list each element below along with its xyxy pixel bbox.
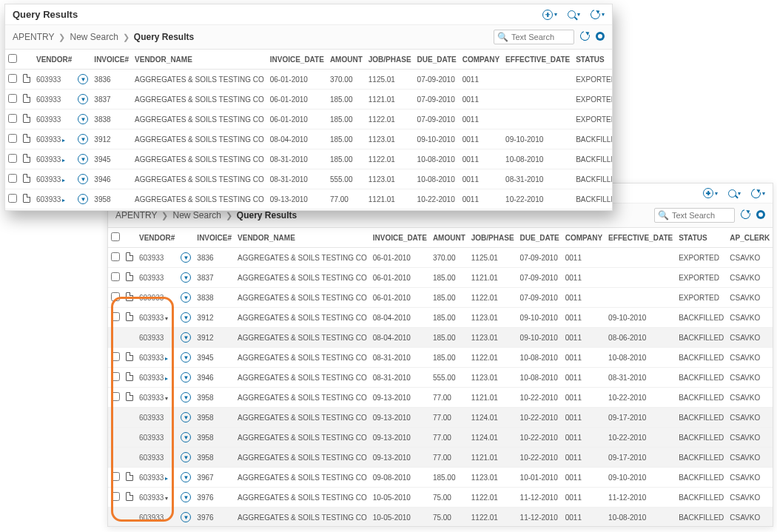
vendor-cell[interactable]: 603933▾: [139, 394, 168, 402]
document-icon[interactable]: [126, 492, 133, 501]
table-row[interactable]: 603933 ▼ 3958 AGGREGATES & SOILS TESTING…: [108, 448, 773, 468]
add-button[interactable]: ▾: [703, 188, 718, 198]
reload-button[interactable]: [741, 209, 750, 221]
document-icon[interactable]: [126, 272, 133, 281]
expand-caret-icon[interactable]: ▸: [62, 157, 65, 164]
col-header[interactable]: JOB/PHASE: [468, 228, 517, 248]
document-icon[interactable]: [23, 114, 30, 123]
vendor-cell[interactable]: 603933: [36, 75, 61, 84]
table-row[interactable]: 603933 ▼ 3958 AGGREGATES & SOILS TESTING…: [108, 428, 773, 448]
row-checkbox[interactable]: [111, 352, 120, 361]
col-header[interactable]: VENDOR#: [136, 228, 178, 248]
row-checkbox[interactable]: [111, 392, 120, 401]
vendor-cell[interactable]: 603933▸: [139, 354, 168, 362]
col-header[interactable]: VENDOR_NAME: [235, 228, 370, 248]
crumb-apentry[interactable]: APENTRY: [115, 210, 157, 220]
table-row[interactable]: 603933 ▼ 3912 AGGREGATES & SOILS TESTING…: [108, 328, 773, 348]
table-row[interactable]: 603933 ▼ 3958 AGGREGATES & SOILS TESTING…: [108, 408, 773, 428]
col-header[interactable]: INVOICE#: [91, 50, 132, 70]
vendor-cell[interactable]: 603933: [139, 434, 164, 442]
vendor-cell[interactable]: 603933▸: [36, 195, 65, 203]
settings-button[interactable]: [596, 32, 605, 43]
more-button[interactable]: ▾: [591, 10, 605, 19]
col-header[interactable]: INVOICE_DATE: [267, 50, 327, 70]
table-row[interactable]: 603933▸ ▼ 3945 AGGREGATES & SOILS TESTIN…: [5, 149, 612, 169]
vendor-cell[interactable]: 603933: [139, 274, 164, 282]
find-button[interactable]: ▾: [568, 10, 580, 18]
row-action-dropdown[interactable]: ▼: [181, 412, 191, 422]
col-header[interactable]: EFFECTIVE_DATE: [502, 50, 573, 70]
document-icon[interactable]: [23, 94, 30, 103]
expand-caret-icon[interactable]: ▸: [165, 355, 168, 362]
expand-caret-icon[interactable]: ▾: [165, 495, 168, 502]
table-row[interactable]: 603933 ▼ 3976 AGGREGATES & SOILS TESTING…: [108, 508, 773, 527]
text-search-box[interactable]: 🔍: [654, 208, 735, 223]
row-checkbox[interactable]: [8, 194, 17, 203]
row-action-dropdown[interactable]: ▼: [78, 154, 88, 164]
row-action-dropdown[interactable]: ▼: [181, 372, 191, 383]
row-action-dropdown[interactable]: ▼: [181, 512, 191, 522]
table-row[interactable]: 603933 ▼ 3838 AGGREGATES & SOILS TESTING…: [5, 110, 612, 129]
document-icon[interactable]: [126, 292, 133, 301]
col-header[interactable]: AMOUNT: [430, 228, 468, 248]
select-all-checkbox[interactable]: [111, 232, 120, 241]
vendor-cell[interactable]: 603933▸: [36, 175, 65, 183]
row-checkbox[interactable]: [111, 492, 120, 501]
document-icon[interactable]: [23, 174, 30, 183]
row-checkbox[interactable]: [111, 312, 120, 321]
search-input[interactable]: [672, 211, 731, 220]
vendor-cell[interactable]: 603933▸: [36, 135, 65, 144]
table-row[interactable]: 603933▾ ▼ 3976 AGGREGATES & SOILS TESTIN…: [108, 488, 773, 508]
reload-button[interactable]: [580, 31, 590, 43]
row-checkbox[interactable]: [8, 134, 17, 143]
search-input[interactable]: [511, 33, 571, 41]
table-row[interactable]: 603933▸ ▼ 3958 AGGREGATES & SOILS TESTIN…: [5, 189, 612, 209]
row-checkbox[interactable]: [111, 252, 120, 261]
vendor-cell[interactable]: 603933: [36, 95, 61, 104]
col-header[interactable]: STATUS: [676, 228, 727, 248]
document-icon[interactable]: [23, 74, 30, 83]
row-action-dropdown[interactable]: ▼: [181, 452, 191, 462]
row-action-dropdown[interactable]: ▼: [181, 332, 191, 343]
document-icon[interactable]: [126, 312, 133, 321]
vendor-cell[interactable]: 603933▾: [139, 314, 168, 322]
document-icon[interactable]: [126, 392, 133, 401]
settings-button[interactable]: [756, 210, 765, 221]
col-header[interactable]: DUE_DATE: [414, 50, 460, 70]
col-header[interactable]: STATUS: [573, 50, 612, 70]
row-action-dropdown[interactable]: ▼: [78, 94, 88, 104]
row-checkbox[interactable]: [8, 74, 17, 83]
row-action-dropdown[interactable]: ▼: [181, 352, 191, 363]
row-checkbox[interactable]: [8, 114, 17, 123]
row-action-dropdown[interactable]: ▼: [181, 272, 191, 283]
row-action-dropdown[interactable]: ▼: [78, 134, 88, 144]
row-checkbox[interactable]: [8, 154, 17, 163]
row-action-dropdown[interactable]: ▼: [181, 432, 191, 442]
col-header[interactable]: VENDOR_NAME: [132, 50, 267, 70]
expand-caret-icon[interactable]: ▸: [62, 137, 65, 144]
col-header[interactable]: EFFECTIVE_DATE: [605, 228, 676, 248]
col-header[interactable]: AMOUNT: [327, 50, 366, 70]
table-row[interactable]: 603933▸ ▼ 3967 AGGREGATES & SOILS TESTIN…: [108, 468, 773, 488]
vendor-cell[interactable]: 603933: [36, 115, 61, 124]
row-action-dropdown[interactable]: ▼: [181, 292, 191, 303]
document-icon[interactable]: [23, 154, 30, 163]
row-action-dropdown[interactable]: ▼: [78, 194, 88, 204]
vendor-cell[interactable]: 603933▸: [139, 474, 168, 482]
document-icon[interactable]: [126, 472, 133, 481]
table-row[interactable]: 603933▸ ▼ 3967 AGGREGATES & SOILS TESTIN…: [5, 209, 612, 211]
table-row[interactable]: 603933 ▼ 3837 AGGREGATES & SOILS TESTING…: [108, 268, 773, 288]
vendor-cell[interactable]: 603933: [139, 514, 164, 522]
table-scroll[interactable]: VENDOR#INVOICE#VENDOR_NAMEINVOICE_DATEAM…: [5, 50, 612, 210]
crumb-new-search[interactable]: New Search: [70, 32, 118, 42]
text-search-box[interactable]: 🔍: [494, 30, 574, 44]
expand-caret-icon[interactable]: ▸: [62, 177, 65, 183]
row-action-dropdown[interactable]: ▼: [181, 312, 191, 323]
row-checkbox[interactable]: [111, 372, 120, 381]
table-row[interactable]: 603933 ▼ 3837 AGGREGATES & SOILS TESTING…: [5, 90, 612, 110]
row-action-dropdown[interactable]: ▼: [78, 74, 88, 84]
col-header[interactable]: DUE_DATE: [517, 228, 562, 248]
table-row[interactable]: 603933▸ ▼ 3946 AGGREGATES & SOILS TESTIN…: [108, 368, 773, 388]
col-header[interactable]: COMPANY: [562, 228, 605, 248]
expand-caret-icon[interactable]: ▸: [165, 375, 168, 382]
